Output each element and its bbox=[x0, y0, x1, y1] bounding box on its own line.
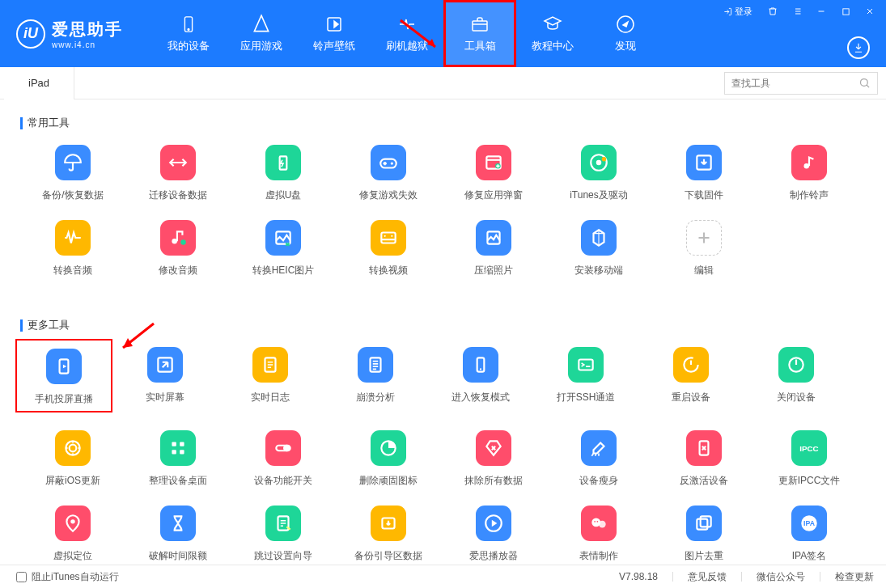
svg-point-13 bbox=[596, 160, 602, 166]
tool-grid[interactable]: 整理设备桌面 bbox=[125, 430, 231, 488]
search-box bbox=[724, 72, 878, 95]
nav-icon bbox=[541, 15, 564, 34]
nav-tab-5[interactable]: 教程中心 bbox=[516, 0, 589, 67]
tool-ipcc[interactable]: IPCC更新IPCC文件 bbox=[757, 430, 862, 488]
tool-screen[interactable]: 手机投屏直播 bbox=[15, 339, 112, 412]
tool-itunes[interactable]: iTunes及驱动 bbox=[546, 145, 651, 202]
block-icon bbox=[55, 430, 91, 466]
tool-recovery[interactable]: 进入恢复模式 bbox=[428, 347, 533, 412]
svg-point-50 bbox=[594, 521, 596, 522]
nav-tab-4[interactable]: 工具箱 bbox=[443, 0, 516, 67]
nav-icon bbox=[323, 15, 345, 34]
ipa-icon: IPA bbox=[791, 506, 827, 541]
tool-log[interactable]: 实时日志 bbox=[218, 347, 323, 412]
tool-label: IPA签名 bbox=[792, 549, 826, 563]
tool-block[interactable]: 屏蔽iOS更新 bbox=[20, 430, 125, 488]
tool-label: 设备功能开关 bbox=[254, 474, 312, 488]
tool-video[interactable]: 转换视频 bbox=[336, 220, 441, 277]
tool-deact[interactable]: 反激活设备 bbox=[651, 430, 757, 488]
tool-erase[interactable]: 抹除所有数据 bbox=[441, 430, 546, 488]
tool-label: 爱思播放器 bbox=[469, 549, 518, 563]
close-icon[interactable] bbox=[863, 4, 877, 19]
play-icon bbox=[476, 506, 511, 541]
wechat-link[interactable]: 微信公众号 bbox=[757, 570, 805, 584]
tool-hourglass[interactable]: 破解时间限额 bbox=[125, 506, 231, 563]
tools-grid: 手机投屏直播实时屏幕实时日志崩溃分析进入恢复模式打开SSH通道重启设备关闭设备屏… bbox=[20, 347, 866, 565]
nav-tab-1[interactable]: 应用游戏 bbox=[225, 0, 298, 67]
tool-note[interactable]: 制作铃声 bbox=[757, 145, 862, 202]
window-icon bbox=[476, 145, 511, 180]
tool-window[interactable]: 修复应用弹窗 bbox=[441, 145, 546, 202]
tool-label: 编辑 bbox=[694, 264, 714, 277]
subheader: iPad bbox=[0, 67, 886, 99]
tool-reboot[interactable]: 重启设备 bbox=[638, 347, 744, 412]
tool-toggle[interactable]: 设备功能开关 bbox=[231, 430, 336, 488]
battery-icon bbox=[265, 145, 301, 180]
checkbox-input[interactable] bbox=[16, 572, 27, 582]
tool-ssh[interactable]: 打开SSH通道 bbox=[533, 347, 638, 412]
svg-rect-5 bbox=[842, 8, 848, 14]
pie-icon bbox=[371, 430, 406, 466]
version-label: V7.98.18 bbox=[619, 571, 658, 582]
tool-dedupe[interactable]: 图片去重 bbox=[651, 506, 757, 563]
tool-download[interactable]: 下载固件 bbox=[651, 145, 757, 202]
tool-umbrella[interactable]: 备份/恢复数据 bbox=[20, 145, 125, 202]
minimize-icon[interactable] bbox=[814, 4, 829, 19]
search-icon[interactable] bbox=[858, 77, 871, 89]
maximize-icon[interactable] bbox=[838, 4, 853, 19]
tool-clean[interactable]: 设备瘦身 bbox=[546, 430, 651, 488]
tool-pie[interactable]: 删除顽固图标 bbox=[336, 430, 441, 488]
nav-tab-2[interactable]: 铃声壁纸 bbox=[298, 0, 371, 67]
wave-icon bbox=[55, 220, 91, 256]
downloads-icon[interactable] bbox=[847, 36, 870, 59]
tool-battery[interactable]: 虚拟U盘 bbox=[231, 145, 336, 202]
nav-tab-0[interactable]: 我的设备 bbox=[152, 0, 225, 67]
tool-realtime[interactable]: 实时屏幕 bbox=[112, 347, 218, 412]
tool-emoji[interactable]: 表情制作 bbox=[546, 506, 651, 563]
svg-point-49 bbox=[599, 521, 606, 528]
login-link[interactable]: 登录 bbox=[719, 4, 757, 19]
block-itunes-checkbox[interactable]: 阻止iTunes自动运行 bbox=[16, 570, 119, 584]
svg-point-6 bbox=[861, 79, 868, 87]
tool-install[interactable]: 安装移动端 bbox=[546, 220, 651, 277]
window-controls: 登录 bbox=[719, 2, 881, 20]
status-bar: 阻止iTunes自动运行 V7.98.18 意见反馈 微信公众号 检查更新 bbox=[0, 565, 886, 588]
list-icon[interactable] bbox=[790, 4, 804, 19]
section-label: 更多工具 bbox=[28, 318, 70, 332]
nav-tab-3[interactable]: 刷机越狱 bbox=[371, 0, 443, 67]
tool-image-conv[interactable]: 转换HEIC图片 bbox=[231, 220, 336, 277]
tool-bootbak[interactable]: 备份引导区数据 bbox=[336, 506, 441, 563]
hourglass-icon bbox=[160, 506, 196, 541]
tool-gamepad[interactable]: 修复游戏失效 bbox=[336, 145, 441, 202]
update-link[interactable]: 检查更新 bbox=[835, 570, 874, 584]
trash-icon[interactable] bbox=[765, 4, 780, 19]
section-title: 更多工具 bbox=[20, 318, 866, 332]
tool-label: 更新IPCC文件 bbox=[778, 474, 841, 488]
tool-audio-edit[interactable]: 修改音频 bbox=[125, 220, 231, 277]
tool-skip[interactable]: 跳过设置向导 bbox=[231, 506, 336, 563]
nav-tab-6[interactable]: 发现 bbox=[589, 0, 662, 67]
app-logo: iU 爱思助手 www.i4.cn bbox=[16, 19, 152, 49]
tool-label: iTunes及驱动 bbox=[570, 188, 628, 202]
tool-label: 迁移设备数据 bbox=[149, 188, 207, 202]
tool-crash[interactable]: 崩溃分析 bbox=[323, 347, 428, 412]
tool-power[interactable]: 关闭设备 bbox=[744, 347, 849, 412]
compress-icon bbox=[476, 220, 511, 256]
tool-label: 备份引导区数据 bbox=[354, 549, 422, 563]
feedback-link[interactable]: 意见反馈 bbox=[688, 570, 727, 584]
tool-compress[interactable]: 压缩照片 bbox=[441, 220, 546, 277]
tool-location[interactable]: 虚拟定位 bbox=[20, 506, 125, 563]
tool-transfer[interactable]: 迁移设备数据 bbox=[125, 145, 231, 202]
nav-label: 发现 bbox=[615, 39, 636, 53]
tool-plus[interactable]: 编辑 bbox=[651, 220, 757, 277]
svg-rect-30 bbox=[579, 360, 592, 370]
tool-wave[interactable]: 转换音频 bbox=[20, 220, 125, 277]
search-input[interactable] bbox=[731, 78, 858, 89]
nav-icon bbox=[250, 15, 273, 34]
tool-play[interactable]: 爱思播放器 bbox=[441, 506, 546, 563]
download-icon bbox=[686, 145, 722, 180]
device-tab[interactable]: iPad bbox=[4, 67, 74, 99]
tool-ipa[interactable]: IPAIPA签名 bbox=[757, 506, 862, 563]
emoji-icon bbox=[581, 506, 617, 541]
tool-label: 制作铃声 bbox=[790, 188, 829, 202]
